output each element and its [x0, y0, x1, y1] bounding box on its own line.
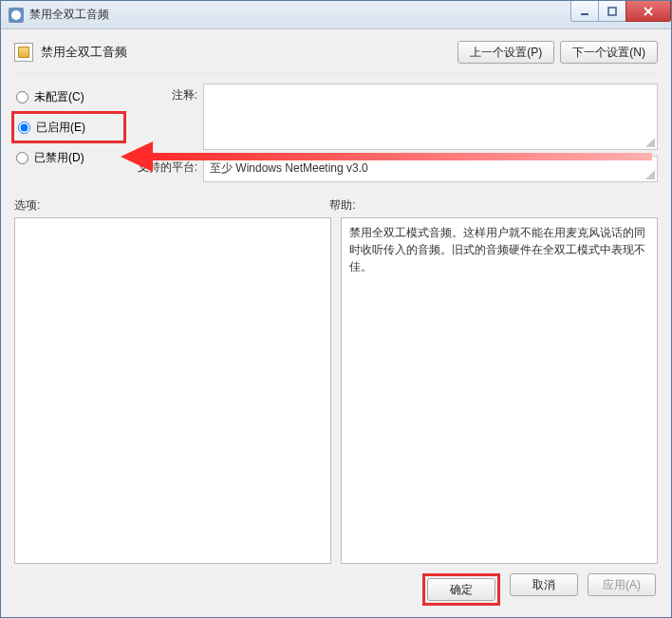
policy-icon [14, 43, 33, 62]
header-left: 禁用全双工音频 [14, 43, 127, 62]
radio-disabled-label: 已禁用(D) [34, 150, 84, 166]
titlebar[interactable]: 禁用全双工音频 [1, 1, 671, 29]
apply-button[interactable]: 应用(A) [588, 573, 656, 596]
comment-label: 注释: [131, 84, 197, 103]
minimize-icon [580, 7, 589, 16]
previous-setting-button[interactable]: 上一个设置(P) [457, 41, 554, 64]
app-icon [9, 8, 24, 23]
maximize-icon [607, 7, 617, 16]
section-labels: 选项: 帮助: [14, 197, 658, 214]
svg-rect-0 [581, 13, 588, 15]
help-panel[interactable]: 禁用全双工模式音频。这样用户就不能在用麦克风说话的同时收听传入的音频。旧式的音频… [341, 217, 658, 564]
radio-disabled[interactable]: 已禁用(D) [14, 146, 123, 169]
policy-title: 禁用全双工音频 [41, 44, 127, 61]
description-column: 注释: 支持的平台: 至少 Windows NetMeeting v3.0 [131, 84, 658, 182]
resize-grip-icon[interactable] [644, 136, 655, 147]
radio-not-configured[interactable]: 未配置(C) [14, 85, 123, 108]
ok-button[interactable]: 确定 [427, 578, 495, 601]
bottom-bar: 确定 取消 应用(A) [14, 564, 658, 608]
close-icon [643, 7, 654, 16]
nav-buttons: 上一个设置(P) 下一个设置(N) [457, 41, 658, 64]
radio-enabled-label: 已启用(E) [36, 120, 85, 136]
resize-grip-icon[interactable] [644, 168, 655, 179]
header-row: 禁用全双工音频 上一个设置(P) 下一个设置(N) [14, 41, 658, 64]
platform-box: 至少 Windows NetMeeting v3.0 [203, 156, 658, 182]
comment-textarea[interactable] [203, 84, 658, 150]
dialog-content: 禁用全双工音频 上一个设置(P) 下一个设置(N) 未配置(C) 已启用(E) [1, 29, 671, 617]
window-title: 禁用全双工音频 [29, 7, 109, 23]
radio-enabled[interactable]: 已启用(E) [16, 116, 121, 139]
svg-rect-1 [608, 8, 616, 15]
lower-area: 禁用全双工模式音频。这样用户就不能在用麦克风说话的同时收听传入的音频。旧式的音频… [14, 217, 658, 564]
comment-row: 注释: [131, 84, 658, 150]
options-label: 选项: [14, 197, 329, 214]
maximize-button[interactable] [598, 1, 626, 22]
options-panel[interactable] [14, 217, 331, 564]
platform-label: 支持的平台: [131, 156, 197, 176]
radio-disabled-input[interactable] [16, 152, 28, 164]
next-setting-button[interactable]: 下一个设置(N) [560, 41, 658, 64]
help-text: 禁用全双工模式音频。这样用户就不能在用麦克风说话的同时收听传入的音频。旧式的音频… [349, 226, 645, 273]
help-label: 帮助: [329, 197, 658, 214]
platform-row: 支持的平台: 至少 Windows NetMeeting v3.0 [131, 156, 658, 182]
minimize-button[interactable] [570, 1, 599, 22]
radio-enabled-input[interactable] [18, 122, 30, 134]
divider [14, 73, 658, 74]
close-button[interactable] [625, 1, 671, 22]
enabled-highlight: 已启用(E) [11, 111, 126, 143]
upper-area: 未配置(C) 已启用(E) 已禁用(D) 注释: [14, 84, 658, 182]
policy-dialog: 禁用全双工音频 禁用全双工音频 上一个设置(P) 下一个设置(N) [0, 0, 672, 618]
cancel-button[interactable]: 取消 [510, 573, 578, 596]
platform-value: 至少 Windows NetMeeting v3.0 [210, 161, 368, 175]
radio-column: 未配置(C) 已启用(E) 已禁用(D) [14, 84, 123, 182]
window-controls [571, 1, 671, 22]
radio-not-configured-input[interactable] [16, 91, 28, 103]
ok-highlight: 确定 [422, 573, 500, 606]
radio-not-configured-label: 未配置(C) [34, 89, 84, 105]
